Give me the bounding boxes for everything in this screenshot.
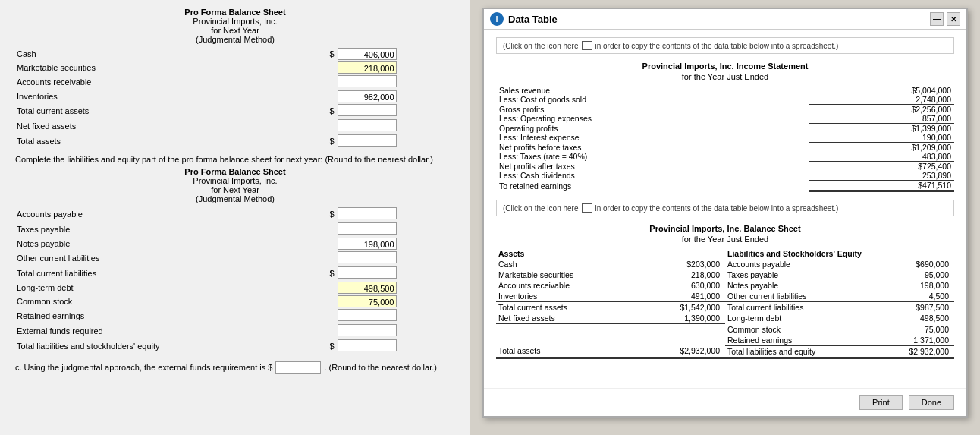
asset-label: Total assets $2,932,000 (496, 345, 725, 358)
table-row: Less: Interest expense 190,000 (496, 133, 954, 143)
dollar-sign (306, 308, 335, 323)
dollar-sign: $ (306, 206, 335, 222)
copy-note-1: (Click on the icon here in order to copy… (496, 37, 954, 54)
left-panel: Pro Forma Balance Sheet Provincial Impor… (0, 0, 470, 435)
input-cell: 982,000 (336, 90, 456, 103)
bottom-form-table: Accounts payable $ Taxes payable Notes p… (15, 206, 455, 354)
top-title3: for Next Year (15, 26, 455, 35)
income-statement-table: Sales revenue $5,004,000 Less: Cost of g… (496, 86, 954, 192)
table-row: Cash $203,000 Accounts payable $690,000 (496, 259, 954, 270)
done-button[interactable]: Done (909, 395, 954, 410)
bottom-title3: for Next Year (15, 185, 455, 194)
table-row: Marketable securities 218,000 Taxes paya… (496, 270, 954, 280)
asset-label: Cash $203,000 (496, 259, 725, 270)
row-value: 253,890 (809, 171, 954, 181)
liability-label: Taxes payable 95,000 (725, 270, 954, 280)
balance-sheet-table: Assets Liabilities and Stockholders' Equ… (496, 248, 954, 359)
total-liabilities-equity-input[interactable] (338, 339, 397, 351)
dollar-sign (306, 323, 335, 339)
table-row: Retained earnings (15, 308, 455, 323)
dialog-content: (Click on the icon here in order to copy… (484, 30, 966, 388)
row-label: Total liabilities and stockholders' equi… (15, 339, 306, 354)
assets-header: Assets (496, 248, 725, 259)
asset-label: Total current assets $1,542,000 (496, 302, 725, 314)
table-row: Sales revenue $5,004,000 (496, 86, 954, 95)
table-row: Accounts receivable (15, 74, 455, 90)
taxes-payable-input[interactable] (338, 222, 397, 235)
table-row: Inventories 982,000 (15, 90, 455, 103)
long-term-debt-input[interactable]: 498,500 (338, 282, 397, 294)
table-row: Total assets $ (15, 134, 455, 149)
copy-icon-1[interactable] (582, 41, 592, 50)
copy-note-text1: (Click on the icon here (503, 42, 579, 50)
dialog-titlebar: i Data Table — ✕ (484, 9, 966, 30)
other-current-liabilities-input[interactable] (338, 251, 397, 263)
dialog-title: Data Table (508, 14, 558, 25)
table-row: Notes payable 198,000 (15, 237, 455, 251)
copy-icon-2[interactable] (582, 203, 592, 213)
external-funds-input[interactable] (338, 324, 397, 336)
income-statement-title: Provincial Imports, Inc. Income Statemen… (496, 61, 954, 71)
dollar-sign: $ (306, 47, 335, 61)
retained-earnings-input[interactable] (338, 309, 397, 321)
table-row: External funds required (15, 323, 455, 339)
row-value: $1,209,000 (809, 143, 954, 153)
separator-note: Complete the liabilities and equity part… (15, 155, 455, 164)
dollar-sign (306, 251, 335, 266)
minimize-button[interactable]: — (930, 12, 944, 26)
row-label: Taxes payable (15, 222, 306, 237)
top-title4: (Judgmental Method) (15, 35, 455, 44)
liability-label: Total liabilities and equity $2,932,000 (725, 345, 954, 358)
close-button[interactable]: ✕ (947, 12, 960, 26)
total-current-liabilities-input[interactable] (338, 266, 397, 279)
liability-label: Other current liabilities 4,500 (725, 291, 954, 302)
accounts-receivable-input[interactable] (338, 75, 397, 87)
copy-note-text2: in order to copy the contents of the dat… (595, 42, 839, 50)
table-row: Gross profits $2,256,000 (496, 105, 954, 115)
table-row: Less: Operating expenses 857,000 (496, 114, 954, 124)
notes-payable-input[interactable]: 198,000 (338, 238, 397, 250)
data-table-dialog: i Data Table — ✕ (Click on the icon here… (482, 8, 968, 418)
print-button[interactable]: Print (859, 395, 903, 410)
table-row: Operating profits $1,399,000 (496, 124, 954, 134)
dollar-sign: $ (306, 134, 335, 149)
input-cell: 218,000 (336, 61, 456, 74)
row-value: $1,399,000 (809, 124, 954, 134)
total-assets-input[interactable] (338, 134, 397, 147)
table-row: Total liabilities and stockholders' equi… (15, 339, 455, 354)
bottom-form-title: Pro Forma Balance Sheet Provincial Impor… (15, 167, 455, 203)
input-cell: 75,000 (336, 295, 456, 308)
income-statement-subtitle: for the Year Just Ended (496, 72, 954, 81)
total-current-assets-input[interactable] (338, 104, 397, 116)
table-row: Net profits before taxes $1,209,000 (496, 143, 954, 153)
common-stock-input[interactable]: 75,000 (338, 295, 397, 307)
balance-sheet-title: Provincial Imports, Inc. Balance Sheet (496, 224, 954, 233)
net-fixed-assets-input[interactable] (338, 119, 397, 131)
table-row: Accounts payable $ (15, 206, 455, 222)
dialog-footer: Print Done (484, 388, 966, 416)
row-value: $5,004,000 (809, 86, 954, 95)
dialog-controls: — ✕ (930, 12, 960, 26)
input-cell (336, 222, 456, 237)
copy-note-2: (Click on the icon here in order to copy… (496, 200, 954, 216)
top-title2: Provincial Imports, Inc. (15, 17, 455, 26)
asset-label (496, 335, 725, 346)
inventories-input[interactable]: 982,000 (338, 90, 397, 102)
row-label: Less: Interest expense (496, 133, 809, 143)
liabilities-header: Liabilities and Stockholders' Equity (725, 248, 954, 259)
bottom-title2: Provincial Imports, Inc. (15, 176, 455, 185)
row-label: Less: Cost of goods sold (496, 95, 809, 105)
efr-input[interactable] (275, 361, 321, 374)
liability-label: Retained earnings 1,371,000 (725, 335, 954, 346)
table-row: To retained earnings $471,510 (496, 181, 954, 191)
liability-label: Accounts payable $690,000 (725, 259, 954, 270)
row-label: Common stock (15, 295, 306, 308)
cash-input[interactable]: 406,000 (338, 48, 397, 60)
row-label: Notes payable (15, 237, 306, 251)
dollar-sign (306, 237, 335, 251)
marketable-securities-input[interactable]: 218,000 (338, 61, 397, 74)
row-label: To retained earnings (496, 181, 809, 191)
accounts-payable-input[interactable] (338, 207, 397, 219)
row-label: Sales revenue (496, 86, 809, 95)
table-row: Net profits after taxes $725,400 (496, 162, 954, 172)
